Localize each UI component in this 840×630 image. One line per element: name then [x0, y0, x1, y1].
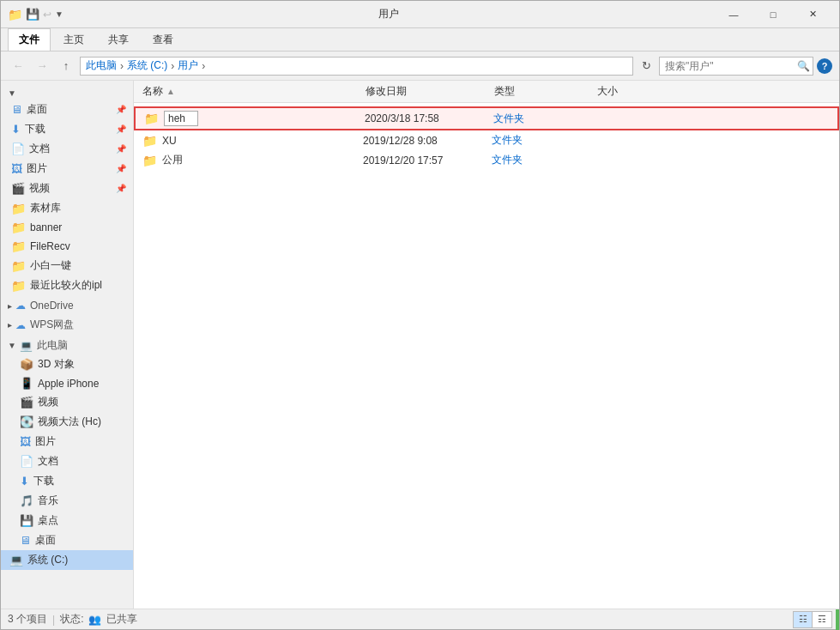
sidebar-item-music[interactable]: 🎵 音乐 [1, 491, 133, 511]
tab-share[interactable]: 共享 [97, 28, 140, 51]
sidebar-item-system-c[interactable]: 💻 系统 (C:) [1, 550, 133, 570]
file-item-heh[interactable]: 📁 heh 2020/3/18 17:58 文件夹 [134, 106, 839, 130]
quick-access-chevron: ▼ [8, 88, 16, 98]
download2-icon: ⬇ [20, 475, 29, 488]
col-header-date[interactable]: 修改日期 [366, 84, 494, 99]
title-bar-title: 用户 [63, 7, 714, 21]
status-shared-text: 已共享 [106, 612, 137, 627]
maximize-button[interactable]: □ [753, 1, 793, 28]
refresh-button[interactable]: ↻ [637, 57, 656, 76]
file-name-gongyong: 公用 [162, 153, 363, 167]
sidebar-item-docs[interactable]: 📄 文档 📌 [1, 139, 133, 159]
save-icon[interactable]: 💾 [26, 8, 39, 21]
title-bar-icons: 📁 💾 ↩ ▼ [8, 8, 63, 21]
this-pc-chevron: ▼ [8, 341, 16, 350]
sidebar-item-download[interactable]: ⬇ 下载 📌 [1, 119, 133, 139]
file-name-xu: XU [162, 135, 363, 147]
sidebar-item-filerecv[interactable]: 📁 FileRecv [1, 237, 133, 256]
status-label: 状态: [60, 612, 83, 627]
sidebar-item-sucaiku[interactable]: 📁 素材库 [1, 198, 133, 218]
window-controls: — □ ✕ [714, 1, 832, 28]
docs-icon: 📄 [11, 142, 25, 155]
back-button[interactable]: ← [8, 56, 28, 76]
sidebar-item-recent[interactable]: 📁 最近比较火的ipl [1, 276, 133, 295]
titlebar-folder-icon: 📁 [8, 8, 22, 21]
onedrive-chevron: ▸ [8, 301, 12, 311]
this-pc-header[interactable]: ▼ 💻 此电脑 [1, 334, 133, 354]
file-list: 📁 heh 2020/3/18 17:58 文件夹 [134, 103, 839, 609]
sidebar-label-sucaiku: 素材库 [30, 201, 61, 215]
help-icon[interactable]: ? [817, 58, 832, 74]
dropdown-icon[interactable]: ▼ [55, 9, 63, 19]
wps-header[interactable]: ▸ ☁ WPS网盘 [1, 313, 133, 334]
video2-icon: 🎬 [20, 396, 33, 409]
quick-access-header[interactable]: ▼ [1, 84, 133, 100]
sidebar-item-desktop[interactable]: 🖥 桌面 📌 [1, 100, 133, 119]
onedrive-icon: ☁ [15, 300, 26, 312]
sidebar-label-system-c: 系统 (C:) [27, 553, 68, 567]
column-headers: 名称 ▲ 修改日期 类型 大小 [134, 81, 839, 103]
sidebar-item-download2[interactable]: ⬇ 下载 [1, 471, 133, 491]
file-date-heh: 2020/3/18 17:58 [365, 112, 493, 124]
view-toggle: ☷ ☶ [793, 611, 832, 628]
green-status-bar [836, 609, 839, 630]
sidebar-item-3d[interactable]: 📦 3D 对象 [1, 354, 133, 374]
sidebar-item-banner[interactable]: 📁 banner [1, 218, 133, 237]
tab-file[interactable]: 文件 [8, 28, 51, 51]
video-icon: 🎬 [11, 182, 25, 195]
3d-icon: 📦 [20, 358, 33, 371]
this-pc-label: 此电脑 [37, 338, 68, 353]
sidebar-item-video2[interactable]: 🎬 视频 [1, 392, 133, 412]
sidebar-item-video[interactable]: 🎬 视频 📌 [1, 179, 133, 198]
file-type-heh: 文件夹 [493, 112, 596, 126]
sidebar-item-hc[interactable]: 💽 视频大法 (Hc) [1, 412, 133, 432]
col-header-size[interactable]: 大小 [597, 84, 666, 99]
file-date-xu: 2019/12/28 9:08 [363, 135, 492, 147]
breadcrumb-pc[interactable]: 此电脑 [86, 58, 117, 73]
sidebar-label-banner: banner [30, 221, 62, 233]
sidebar-item-iphone[interactable]: 📱 Apple iPhone [1, 374, 133, 392]
sidebar-item-zaodian[interactable]: 💾 桌点 [1, 511, 133, 530]
sort-arrow: ▲ [166, 87, 175, 96]
details-view-button[interactable]: ☷ [794, 612, 813, 627]
up-button[interactable]: ↑ [56, 56, 76, 76]
tiles-view-button[interactable]: ☶ [813, 612, 831, 627]
sidebar-item-desktop2[interactable]: 🖥 桌面 [1, 530, 133, 550]
search-input[interactable] [665, 60, 794, 72]
sidebar-item-docs2[interactable]: 📄 文档 [1, 451, 133, 471]
xiaobai-icon: 📁 [11, 259, 26, 273]
sidebar-label-hc: 视频大法 (Hc) [38, 415, 101, 429]
breadcrumb-users[interactable]: 用户 [178, 58, 198, 73]
tab-view[interactable]: 查看 [142, 28, 184, 51]
sidebar-item-images2[interactable]: 🖼 图片 [1, 432, 133, 451]
onedrive-label: OneDrive [30, 300, 74, 312]
sidebar: ▼ 🖥 桌面 📌 ⬇ 下载 📌 📄 文档 📌 🖼 图片 [1, 81, 134, 609]
tab-home[interactable]: 主页 [52, 28, 95, 51]
system-c-icon: 💻 [9, 554, 23, 566]
file-date-gongyong: 2019/12/20 17:57 [363, 154, 492, 167]
main-area: ▼ 🖥 桌面 📌 ⬇ 下载 📌 📄 文档 📌 🖼 图片 [1, 81, 839, 609]
desktop-icon: 🖥 [11, 103, 22, 116]
recent-icon: 📁 [11, 279, 26, 293]
undo-icon[interactable]: ↩ [43, 9, 51, 21]
close-button[interactable]: ✕ [793, 1, 832, 28]
forward-button[interactable]: → [32, 56, 52, 76]
breadcrumb-c[interactable]: 系统 (C:) [127, 58, 167, 73]
sidebar-label-docs2: 文档 [38, 454, 58, 469]
onedrive-header[interactable]: ▸ ☁ OneDrive [1, 295, 133, 313]
col-header-name[interactable]: 名称 ▲ [142, 84, 366, 99]
col-header-type[interactable]: 类型 [494, 84, 597, 99]
sidebar-item-xiaobai[interactable]: 📁 小白一键 [1, 256, 133, 276]
sidebar-item-images[interactable]: 🖼 图片 📌 [1, 159, 133, 179]
file-type-gongyong: 文件夹 [492, 153, 595, 167]
file-item-xu[interactable]: 📁 XU 2019/12/28 9:08 文件夹 [134, 130, 839, 150]
images2-icon: 🖼 [20, 435, 31, 448]
sidebar-label-download2: 下载 [33, 474, 54, 488]
sidebar-label-desktop2: 桌面 [35, 533, 56, 548]
file-item-gongyong[interactable]: 📁 公用 2019/12/20 17:57 文件夹 [134, 150, 839, 170]
breadcrumb-sep-1: › [120, 60, 124, 72]
sidebar-label-desktop: 桌面 [27, 102, 47, 117]
search-icon[interactable]: 🔍 [797, 60, 810, 72]
minimize-button[interactable]: — [714, 1, 753, 28]
breadcrumb-bar: 此电脑 › 系统 (C:) › 用户 › [80, 57, 633, 76]
